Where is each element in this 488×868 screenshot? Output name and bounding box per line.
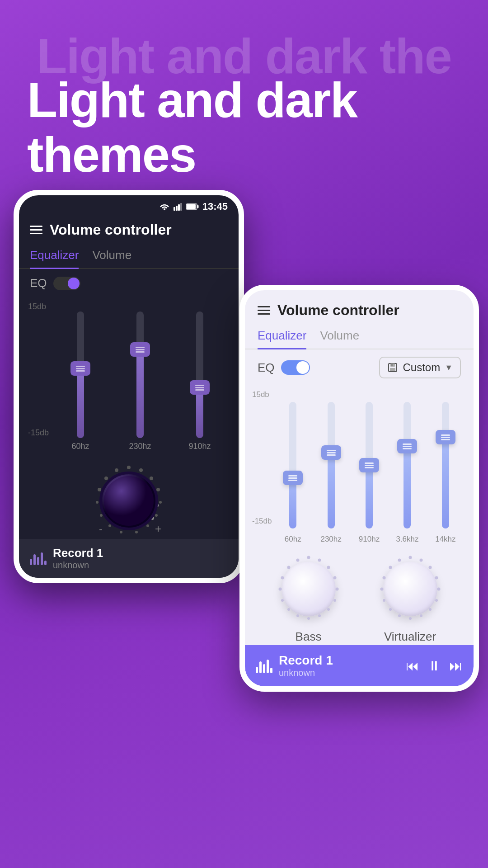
dark-slider-fill-2 bbox=[136, 349, 144, 438]
eq-row-dark: EQ bbox=[19, 269, 239, 297]
dark-slider-thumb-1[interactable] bbox=[70, 361, 90, 376]
dark-slider-fill-3 bbox=[196, 387, 203, 438]
svg-point-26 bbox=[104, 476, 154, 526]
light-freq-label-5: 14khz bbox=[435, 535, 455, 544]
dark-np-bars bbox=[30, 552, 47, 565]
light-db-labels: 15db -15db bbox=[252, 390, 272, 526]
svg-rect-1 bbox=[176, 206, 178, 211]
svg-point-36 bbox=[333, 576, 336, 580]
light-slider-thumb-4[interactable] bbox=[397, 439, 417, 453]
light-virtualizer-ring bbox=[374, 553, 446, 625]
dark-np-info: Record 1 unknown bbox=[53, 546, 228, 571]
tab-equalizer-light[interactable]: Equalizer bbox=[258, 323, 306, 349]
svg-point-64 bbox=[398, 559, 401, 562]
svg-point-51 bbox=[428, 566, 432, 569]
light-now-playing[interactable]: Record 1 unknown ⏮ ⏸ ⏭ bbox=[245, 645, 474, 686]
dark-slider-thumb-2[interactable] bbox=[130, 342, 150, 357]
light-slider-track-5[interactable] bbox=[442, 402, 449, 528]
svg-point-57 bbox=[409, 617, 412, 620]
menu-icon-light[interactable] bbox=[258, 306, 270, 315]
light-slider-track-1[interactable] bbox=[289, 402, 296, 528]
bar4 bbox=[41, 552, 43, 565]
light-slider-track-3[interactable] bbox=[366, 402, 373, 528]
light-slider-thumb-5[interactable] bbox=[436, 430, 455, 444]
dark-slider-track-2[interactable] bbox=[136, 311, 144, 438]
dark-sliders-area: 15db -15db 60hz 230hz 910hz bbox=[19, 297, 239, 456]
lbar1 bbox=[256, 667, 258, 673]
save-icon bbox=[387, 362, 398, 373]
light-slider-fill-5 bbox=[442, 437, 449, 528]
eq-left: EQ bbox=[258, 360, 310, 375]
svg-point-39 bbox=[327, 608, 330, 611]
svg-point-15 bbox=[120, 531, 122, 533]
svg-point-61 bbox=[380, 588, 383, 591]
chevron-down-icon: ▼ bbox=[445, 363, 453, 373]
dark-db-labels: 15db -15db bbox=[28, 302, 52, 438]
dark-slider-track-3[interactable] bbox=[196, 311, 203, 438]
svg-point-42 bbox=[296, 614, 299, 617]
eq-label-light: EQ bbox=[258, 361, 275, 375]
light-slider-230hz: 230hz bbox=[312, 402, 350, 544]
eq-toggle-light[interactable] bbox=[281, 360, 310, 375]
dark-slider-230hz: 230hz bbox=[110, 311, 170, 451]
light-np-controls: ⏮ ⏸ ⏭ bbox=[406, 658, 463, 674]
light-slider-fill-1 bbox=[289, 478, 296, 528]
pause-button[interactable]: ⏸ bbox=[427, 658, 441, 674]
svg-point-19 bbox=[98, 488, 101, 491]
light-slider-fill-4 bbox=[404, 446, 411, 528]
lbar4 bbox=[267, 660, 269, 673]
svg-point-40 bbox=[318, 614, 321, 617]
lbar2 bbox=[259, 661, 262, 673]
light-app-title: Volume controller bbox=[277, 302, 399, 319]
svg-point-43 bbox=[287, 608, 290, 611]
svg-rect-0 bbox=[174, 207, 175, 211]
svg-point-50 bbox=[419, 559, 422, 562]
light-slider-thumb-3[interactable] bbox=[359, 458, 379, 472]
tab-volume-dark[interactable]: Volume bbox=[92, 243, 131, 268]
svg-rect-32 bbox=[391, 364, 393, 366]
light-virtualizer-dots bbox=[374, 553, 446, 625]
battery-icon bbox=[186, 203, 199, 210]
dark-now-playing[interactable]: Record 1 unknown bbox=[19, 539, 239, 578]
svg-point-34 bbox=[318, 559, 321, 562]
light-sliders-area: 15db -15db 60hz 230hz 910hz bbox=[245, 386, 474, 544]
eq-label-dark: EQ bbox=[30, 276, 47, 290]
db-bottom-light: -15db bbox=[252, 517, 272, 526]
light-bottom-knobs: Bass bbox=[245, 544, 474, 644]
light-slider-track-4[interactable] bbox=[404, 402, 411, 528]
eq-row-light: EQ Custom ▼ bbox=[245, 349, 474, 386]
dark-np-title: Record 1 bbox=[53, 546, 228, 560]
tab-equalizer-dark[interactable]: Equalizer bbox=[30, 243, 79, 269]
light-slider-thumb-2[interactable] bbox=[321, 445, 341, 460]
dark-freq-label-2: 230hz bbox=[129, 442, 151, 451]
dark-bass-dots-ring: - + bbox=[88, 460, 169, 542]
next-button[interactable]: ⏭ bbox=[449, 658, 463, 674]
svg-rect-6 bbox=[197, 205, 198, 208]
dark-slider-fill-1 bbox=[77, 368, 84, 438]
svg-text:-: - bbox=[99, 523, 103, 535]
light-app-header: Volume controller bbox=[245, 290, 474, 323]
custom-preset-box[interactable]: Custom ▼ bbox=[379, 357, 461, 378]
light-virtualizer-label: Virtualizer bbox=[384, 630, 436, 644]
dark-slider-track-1[interactable] bbox=[77, 311, 84, 438]
light-slider-60hz: 60hz bbox=[274, 402, 312, 544]
svg-point-46 bbox=[281, 576, 284, 580]
prev-button[interactable]: ⏮ bbox=[406, 658, 419, 674]
eq-toggle-dark[interactable] bbox=[53, 277, 80, 290]
menu-icon-dark[interactable] bbox=[30, 226, 42, 234]
svg-point-10 bbox=[156, 488, 160, 491]
wifi-icon bbox=[159, 203, 170, 211]
tab-volume-light[interactable]: Volume bbox=[320, 323, 359, 349]
light-freq-label-3: 910hz bbox=[359, 535, 380, 544]
dark-slider-thumb-3[interactable] bbox=[190, 380, 210, 395]
light-bass-ring bbox=[272, 553, 345, 625]
svg-point-49 bbox=[408, 556, 412, 559]
svg-point-53 bbox=[437, 588, 440, 591]
bar2 bbox=[33, 554, 36, 565]
svg-point-33 bbox=[307, 556, 310, 559]
svg-point-58 bbox=[398, 614, 401, 617]
light-virtualizer-section: Virtualizer bbox=[374, 553, 446, 644]
light-slider-track-2[interactable] bbox=[328, 402, 335, 528]
light-slider-thumb-1[interactable] bbox=[283, 471, 303, 485]
svg-point-62 bbox=[382, 576, 385, 580]
